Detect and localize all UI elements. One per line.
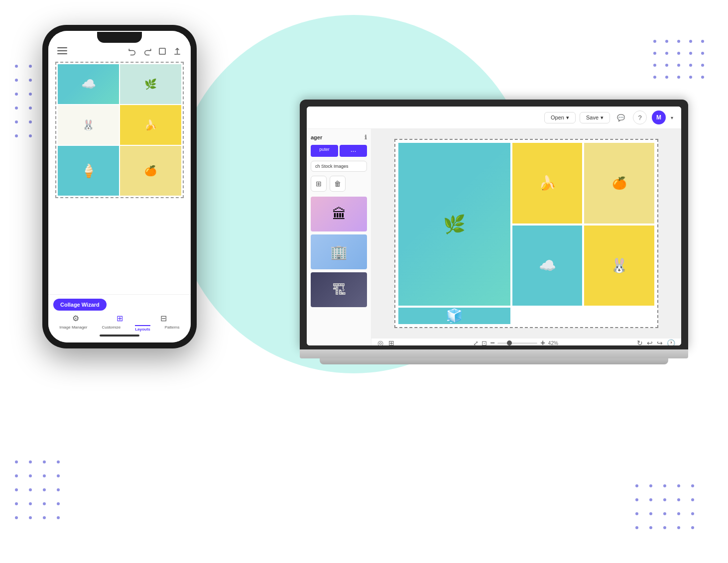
phone-tab-featured[interactable]: ⚙ [72,314,79,323]
panel-tab-computer[interactable]: puter [311,145,338,157]
phone-nav-customize[interactable]: Customize [102,325,121,332]
toolbar-refresh-icon[interactable]: ↻ [637,339,643,345]
panel-grid-button[interactable]: ⊞ [311,176,327,192]
dots-bottom-left [15,460,64,523]
panel-action-row: ⊞ 🗑 [311,176,367,192]
toolbar-layers-icon[interactable]: ◎ [377,339,383,345]
phone-nav-labels: Image Manager Customize Layouts Patterns [48,325,191,332]
toolbar-zoom-in[interactable]: + [540,338,545,345]
laptop-save-button[interactable]: Save ▾ [580,112,610,123]
laptop-avatar[interactable]: M [652,111,666,124]
laptop-help-icon[interactable]: ? [633,111,647,124]
laptop-bottom [320,358,668,364]
phone-container: ☁️ 🌿 🐰 🍌 🍦 🍊 Collage Wizard ⚙ ⊞ [42,25,202,363]
phone-crop-icon[interactable] [158,47,167,56]
phone-nav-patterns[interactable]: Patterns [165,325,180,332]
dots-bottom-right [635,484,698,533]
svg-rect-0 [159,48,165,54]
dots-top-right [653,40,708,83]
panel-thumb-3: 🏗 [311,272,367,307]
phone-outer: ☁️ 🌿 🐰 🍌 🍦 🍊 Collage Wizard ⚙ ⊞ [42,25,197,348]
phone-toolbar-actions [128,47,182,56]
toolbar-right: ↻ ↩ ↪ 🕐 [637,339,675,345]
toolbar-undo-icon[interactable]: ↩ [647,339,653,345]
toolbar-grid-icon[interactable]: ⊞ [388,339,394,345]
phone-home-indicator [100,335,139,337]
laptop-base [300,349,688,358]
phone-share-icon[interactable] [173,47,182,56]
laptop-bottom-toolbar: ◎ ⊞ ⤢ ⊡ − + 42% ↻ [371,338,681,345]
collage-cell-orange: 🍊 [584,143,654,224]
laptop-main: 🌿 🍌 🍊 ☁️ [371,129,681,345]
panel-thumb-1: 🏛 [311,197,367,231]
panel-delete-button[interactable]: 🗑 [330,176,346,192]
laptop-container: Open ▾ Save ▾ 💬 ? M ▾ [300,100,688,364]
phone-tab-icons: ⚙ ⊞ ⊟ [48,314,191,323]
panel-title-text: ager [311,134,322,140]
laptop-chat-icon[interactable]: 💬 [614,111,628,124]
toolbar-zoom-level: 42% [548,340,558,346]
phone-cell-teal-cloud: ☁️ [58,64,119,104]
laptop-main-canvas: 🌿 🍌 🍊 ☁️ [371,129,681,338]
phone-cell-popsicle: 🍦 [58,146,119,196]
laptop-open-button[interactable]: Open ▾ [544,112,576,123]
toolbar-redo-icon[interactable]: ↪ [657,339,663,345]
collage-frame: 🌿 🍌 🍊 ☁️ [394,139,658,328]
phone-tab-grid[interactable]: ⊞ [117,314,123,323]
phone-nav-image-manager[interactable]: Image Manager [59,325,87,332]
toolbar-zoom-out[interactable]: − [490,338,494,345]
laptop-left-panel: ager ℹ puter ··· ch Stock Images ⊞ 🗑 🏛 [307,129,371,345]
toolbar-zoom-area: ⤢ ⊡ − + 42% [399,338,632,345]
phone-screen: ☁️ 🌿 🐰 🍌 🍦 🍊 Collage Wizard ⚙ ⊞ [48,31,191,342]
toolbar-history-icon[interactable]: 🕐 [667,339,675,345]
phone-cell-flower: 🌿 [120,64,181,104]
panel-title-row: ager ℹ [311,134,367,141]
collage-cell-flower-tall: 🌿 [398,143,510,306]
panel-thumb-2: 🏢 [311,234,367,269]
phone-bottom-tabs: Collage Wizard ⚙ ⊞ ⊟ Image Manager Custo… [48,294,191,342]
phone-menu-icon[interactable] [57,47,67,55]
phone-cell-orange: 🍊 [120,146,181,196]
phone-tab-bigphoto[interactable]: ⊟ [160,314,167,323]
phone-collage-grid: ☁️ 🌿 🐰 🍌 🍦 🍊 [55,62,184,198]
open-chevron-icon: ▾ [566,114,569,121]
panel-tabs-row: puter ··· [311,145,367,157]
laptop-screen: Open ▾ Save ▾ 💬 ? M ▾ [307,107,681,345]
phone-cell-banana: 🍌 [120,105,181,145]
laptop-topbar: Open ▾ Save ▾ 💬 ? M ▾ [307,107,681,129]
laptop-canvas: ager ℹ puter ··· ch Stock Images ⊞ 🗑 🏛 [307,129,681,345]
collage-cell-banana: 🍌 [512,143,583,224]
panel-info-icon[interactable]: ℹ [364,134,367,141]
phone-notch [97,32,142,43]
collage-cell-rabbit: 🐰 [584,225,654,306]
phone-redo-icon[interactable] [143,47,152,56]
panel-tab-dots[interactable]: ··· [340,145,367,157]
laptop-avatar-chevron[interactable]: ▾ [671,115,673,120]
phone-cell-rabbit: 🐰 [58,105,119,145]
zoom-slider-track[interactable] [497,342,537,344]
zoom-slider-thumb [507,340,512,345]
toolbar-fit-icon[interactable]: ⤢ [473,339,479,346]
panel-search-button[interactable]: ch Stock Images [311,161,367,172]
collage-cell-popsicle: 🧊 [398,308,510,324]
laptop-topbar-right: 💬 ? M ▾ [614,111,673,124]
phone-undo-icon[interactable] [128,47,137,56]
save-chevron-icon: ▾ [601,114,604,121]
phone-wizard-button[interactable]: Collage Wizard [53,299,107,311]
toolbar-crop-icon[interactable]: ⊡ [482,339,487,346]
laptop-screen-bezel: Open ▾ Save ▾ 💬 ? M ▾ [300,100,688,349]
phone-nav-layouts[interactable]: Layouts [135,325,150,332]
collage-cell-cloud: ☁️ [512,225,583,306]
